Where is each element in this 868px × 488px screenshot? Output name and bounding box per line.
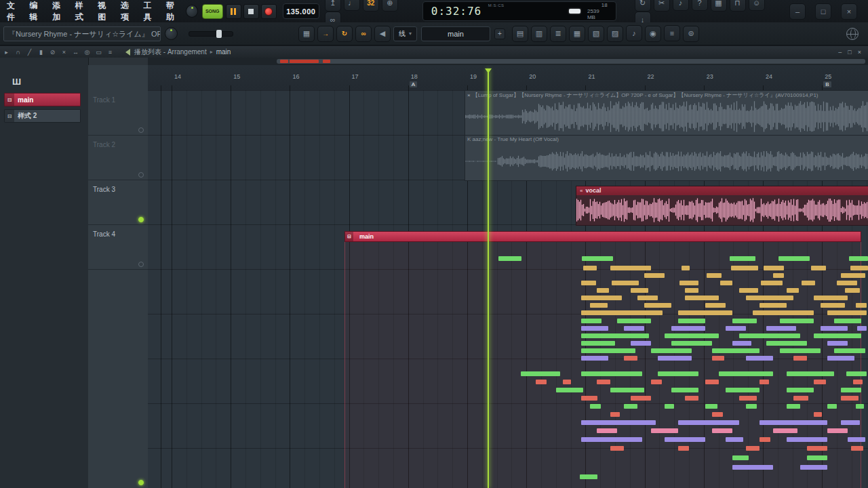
sync-icon[interactable]: ↻ <box>635 0 651 12</box>
playlist-grid[interactable]: 141516171819202122232425AB ×【Lump of Sug… <box>148 65 868 488</box>
mixer-icon[interactable]: ▦ <box>569 26 585 42</box>
slip-tool-icon[interactable]: ↔ <box>71 47 81 56</box>
mic-icon[interactable]: ♪ <box>673 0 689 11</box>
channel-rack-icon[interactable]: ≣ <box>550 26 566 42</box>
minimize-button[interactable]: – <box>789 3 806 20</box>
playlist-titlebar[interactable]: ▸∩╱▮⊘×↔◎▭≡ 播放列表 - Arrangement ▸ main –□× <box>0 46 868 58</box>
pattern-label: 样式 2 <box>18 111 37 121</box>
main-pattern-clip-header[interactable]: ⊟ main <box>344 231 861 242</box>
main-pattern-clip-body[interactable] <box>344 241 861 488</box>
track-indicator[interactable] <box>138 217 144 222</box>
menu-item[interactable]: 添加 <box>52 0 68 23</box>
cut-icon[interactable]: ✂ <box>654 0 670 12</box>
globe-icon[interactable] <box>846 28 859 40</box>
picker-panel-icon[interactable]: Ш <box>12 77 21 87</box>
plugin-icon[interactable]: ⊓ <box>730 0 746 12</box>
track-indicator[interactable] <box>138 262 144 267</box>
brush-tool-icon[interactable]: ▮ <box>36 47 46 56</box>
ruler-marker[interactable]: A <box>410 81 417 87</box>
zoom-tool-icon[interactable]: ◎ <box>82 47 92 56</box>
project-picker-icon[interactable]: ▨ <box>607 26 623 42</box>
maximize-button[interactable]: □ <box>815 3 831 20</box>
delete-tool-icon[interactable]: ⊘ <box>47 47 58 56</box>
playlist-window-controls: –□× <box>838 49 868 56</box>
add-pattern-button[interactable]: + <box>494 28 505 39</box>
scrollbar-thumb[interactable] <box>277 59 865 64</box>
monitor-icon[interactable]: ◀ <box>374 26 391 42</box>
pencil-tool-icon[interactable]: ╱ <box>24 47 35 56</box>
piano-roll-icon[interactable]: ▥ <box>531 26 547 42</box>
audio-clip-1-waveform <box>465 99 868 134</box>
menu-item[interactable]: 编辑 <box>30 0 45 23</box>
pattern-selector[interactable]: main <box>421 26 490 41</box>
metronome-icon[interactable]: ♩ <box>344 0 360 11</box>
main-pattern-clip-label: main <box>359 233 374 240</box>
menu-item[interactable]: 工具 <box>143 0 159 23</box>
main-volume-slider[interactable] <box>569 9 580 14</box>
track-indicator[interactable] <box>138 127 144 133</box>
link-icon[interactable]: ∞ <box>355 26 372 42</box>
pointer-tool-icon[interactable]: ▸ <box>1 47 12 56</box>
menu-item[interactable]: 样式 <box>75 0 91 23</box>
menu-item[interactable]: 帮助 <box>166 0 182 23</box>
wait-for-input-icon[interactable]: ↥ <box>325 0 341 12</box>
menu-item[interactable]: 文件 <box>7 0 22 23</box>
magnet-icon[interactable]: ∩ <box>13 47 23 56</box>
record-button[interactable] <box>261 4 277 19</box>
close-button[interactable]: × <box>841 3 857 20</box>
overdub-record-icon[interactable]: → <box>317 26 334 42</box>
menu-item[interactable]: 视图 <box>98 0 113 23</box>
script-output-icon[interactable]: ≡ <box>664 25 680 41</box>
song-mode-button[interactable]: SONG <box>202 4 223 19</box>
tempo-display[interactable]: 135.000 <box>283 3 319 19</box>
playlist-icon[interactable]: ▤ <box>512 26 528 42</box>
blend-notes-icon[interactable]: ⊕ <box>382 0 398 12</box>
song-title-box[interactable]: 『Nursery Rhyme - ナーサリィ☆ライム』 OP <box>3 26 161 41</box>
performance-indicator[interactable] <box>138 480 144 485</box>
vocal-clip-waveform <box>576 196 868 224</box>
vocal-clip-header: «vocal <box>576 186 868 195</box>
audio-clip-2[interactable]: K aaz;new - True My Heart (Off Vocal) <box>465 135 868 181</box>
track-header[interactable]: Track 3 <box>88 180 148 225</box>
clip-mute-icon[interactable]: × <box>467 92 471 98</box>
shuffle-knob[interactable] <box>165 27 178 40</box>
playlist-title: 播放列表 - Arrangement <box>134 47 207 57</box>
pattern-item[interactable]: ⊟main <box>4 93 81 106</box>
slider-handle[interactable] <box>216 30 222 38</box>
pl-maximize-button[interactable]: □ <box>848 49 851 56</box>
stop-button[interactable] <box>243 4 259 19</box>
track-header[interactable]: Track 2 <box>88 135 148 180</box>
pl-minimize-button[interactable]: – <box>838 49 842 56</box>
master-slider[interactable] <box>189 31 233 37</box>
pl-close-button[interactable]: × <box>858 49 861 56</box>
track-header[interactable]: Track 1 <box>88 90 148 136</box>
save-icon[interactable]: ▦ <box>711 0 727 12</box>
main-pitch-knob[interactable] <box>186 5 198 18</box>
audio-clip-1[interactable]: ×【Lump of Sugar】【Nursery Rhyme - ナーサリィ☆ラ… <box>465 90 868 136</box>
remote-icon[interactable]: ⊚ <box>683 26 699 42</box>
pause-button[interactable] <box>226 4 241 19</box>
typing-keyboard-icon[interactable]: 32 <box>363 0 379 12</box>
select-tool-icon[interactable]: ▭ <box>94 47 104 56</box>
snap-selector[interactable]: 线 ▾ <box>393 26 417 41</box>
speaker-icon[interactable] <box>122 49 130 56</box>
plugin-picker-icon[interactable]: ♪ <box>626 25 642 41</box>
vocal-clip[interactable]: «vocal <box>576 186 868 226</box>
track-indicator[interactable] <box>138 172 144 178</box>
pause-icon <box>231 8 236 15</box>
ruler-tick: 24 <box>766 73 772 80</box>
touch-controller-icon[interactable]: ◉ <box>645 26 661 42</box>
ruler-marker[interactable]: B <box>823 81 831 87</box>
ruler[interactable]: 141516171819202122232425AB <box>148 65 868 91</box>
playhead[interactable] <box>488 69 489 488</box>
pattern-item[interactable]: ⊟样式 2 <box>4 109 81 123</box>
loop-record-icon[interactable]: ↻ <box>336 26 353 42</box>
menu-icon[interactable]: ≡ <box>105 47 115 56</box>
menu-item[interactable]: 选项 <box>121 0 136 23</box>
mute-tool-icon[interactable]: × <box>59 47 69 56</box>
feedback-icon[interactable]: ☺ <box>749 0 765 11</box>
help-icon[interactable]: ? <box>692 0 708 11</box>
record-settings-icon[interactable]: ▦ <box>298 26 315 42</box>
track-header[interactable]: Track 4 <box>88 224 148 270</box>
browser-icon[interactable]: ▧ <box>588 26 604 42</box>
